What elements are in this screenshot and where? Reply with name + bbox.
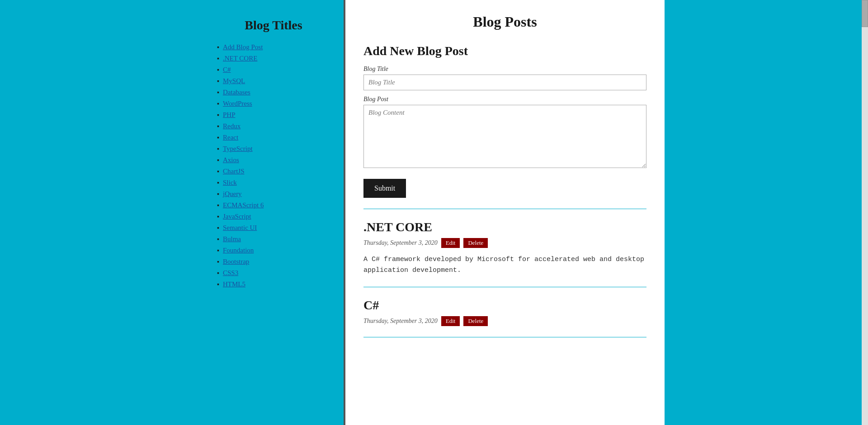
sidebar-item: jQuery <box>217 190 330 198</box>
sidebar-link-mysql[interactable]: MySQL <box>223 77 245 85</box>
sidebar-item: Axios <box>217 156 330 164</box>
scrollbar-thumb[interactable] <box>862 0 868 27</box>
delete-button[interactable]: Delete <box>463 238 488 248</box>
post-divider <box>363 337 646 337</box>
sidebar-link-react[interactable]: React <box>223 134 238 141</box>
sidebar-link-axios[interactable]: Axios <box>223 156 239 164</box>
sidebar-item: PHP <box>217 111 330 119</box>
sidebar-item: ECMAScript 6 <box>217 201 330 209</box>
add-post-heading: Add New Blog Post <box>363 44 646 58</box>
sidebar-title: Blog Titles <box>217 18 330 33</box>
sidebar-link-php[interactable]: PHP <box>223 111 236 119</box>
sidebar-link-html5[interactable]: HTML5 <box>223 280 245 288</box>
scrollbar[interactable] <box>862 0 868 425</box>
sidebar-item: ChartJS <box>217 168 330 175</box>
sidebar-item: TypeScript <box>217 145 330 153</box>
blog-post: .NET COREThursday, September 3, 2020Edit… <box>363 220 646 287</box>
sidebar-item: Bulma <box>217 235 330 243</box>
sidebar-item: Databases <box>217 89 330 96</box>
sidebar-link-javascript[interactable]: JavaScript <box>223 213 251 220</box>
sidebar-link-chartjs[interactable]: ChartJS <box>223 168 245 175</box>
sidebar-link-wordpress[interactable]: WordPress <box>223 100 252 107</box>
blog-post-meta: Thursday, September 3, 2020EditDelete <box>363 238 646 248</box>
sidebar-link-databases[interactable]: Databases <box>223 89 250 96</box>
sidebar-item: Bootstrap <box>217 258 330 266</box>
blog-post-title: C# <box>363 298 646 313</box>
sidebar-item: JavaScript <box>217 213 330 220</box>
sidebar-item: Slick <box>217 179 330 187</box>
sidebar-item: WordPress <box>217 100 330 107</box>
post-textarea[interactable] <box>363 105 646 168</box>
blog-post-title: .NET CORE <box>363 220 646 234</box>
page-title: Blog Posts <box>363 14 646 30</box>
blog-post-content: A C# framework developed by Microsoft fo… <box>363 254 646 276</box>
edit-button[interactable]: Edit <box>441 238 460 248</box>
sidebar-link-csharp[interactable]: C# <box>223 66 231 74</box>
sidebar-item: Add Blog Post <box>217 43 330 51</box>
sidebar-link-redux[interactable]: Redux <box>223 122 241 130</box>
sidebar-item: .NET CORE <box>217 55 330 62</box>
title-label: Blog Title <box>363 65 646 73</box>
sidebar-link-bootstrap[interactable]: Bootstrap <box>223 258 249 266</box>
post-divider <box>363 287 646 287</box>
delete-button[interactable]: Delete <box>463 316 488 326</box>
title-input[interactable] <box>363 75 646 90</box>
sidebar-item: Semantic UI <box>217 224 330 232</box>
sidebar-item: MySQL <box>217 77 330 85</box>
sidebar-link-typescript[interactable]: TypeScript <box>223 145 253 153</box>
blog-posts-list: .NET COREThursday, September 3, 2020Edit… <box>363 220 646 337</box>
sidebar-item: CSS3 <box>217 269 330 277</box>
sidebar-link-bulma[interactable]: Bulma <box>223 235 241 243</box>
blog-post-date: Thursday, September 3, 2020 <box>363 318 438 325</box>
sidebar-link-add-blog-post[interactable]: Add Blog Post <box>223 43 263 51</box>
sidebar-link-semantic-ui[interactable]: Semantic UI <box>223 224 257 232</box>
sidebar-item: Redux <box>217 122 330 130</box>
sidebar-link-foundation[interactable]: Foundation <box>223 247 254 254</box>
blog-post: C#Thursday, September 3, 2020EditDelete <box>363 298 646 337</box>
sidebar-link-jquery[interactable]: jQuery <box>223 190 242 198</box>
sidebar-link-ecmascript6[interactable]: ECMAScript 6 <box>223 201 264 209</box>
post-label: Blog Post <box>363 96 646 103</box>
sidebar-link-slick[interactable]: Slick <box>223 179 237 187</box>
main-content: Blog Posts Add New Blog Post Blog Title … <box>345 0 665 425</box>
sidebar-link-css3[interactable]: CSS3 <box>223 269 238 277</box>
sidebar-item: React <box>217 134 330 141</box>
blog-post-meta: Thursday, September 3, 2020EditDelete <box>363 316 646 326</box>
edit-button[interactable]: Edit <box>441 316 460 326</box>
post-form-group: Blog Post <box>363 96 646 170</box>
sidebar: Blog Titles Add Blog Post.NET COREC#MySQ… <box>203 0 344 425</box>
sidebar-item: C# <box>217 66 330 74</box>
sidebar-item: Foundation <box>217 247 330 254</box>
sidebar-nav: Add Blog Post.NET COREC#MySQLDatabasesWo… <box>217 43 330 288</box>
title-form-group: Blog Title <box>363 65 646 90</box>
submit-button[interactable]: Submit <box>363 179 406 198</box>
sidebar-link-net-core[interactable]: .NET CORE <box>223 55 257 62</box>
section-divider <box>363 209 646 209</box>
add-post-section: Add New Blog Post Blog Title Blog Post S… <box>363 44 646 198</box>
sidebar-item: HTML5 <box>217 280 330 288</box>
blog-post-date: Thursday, September 3, 2020 <box>363 239 438 247</box>
